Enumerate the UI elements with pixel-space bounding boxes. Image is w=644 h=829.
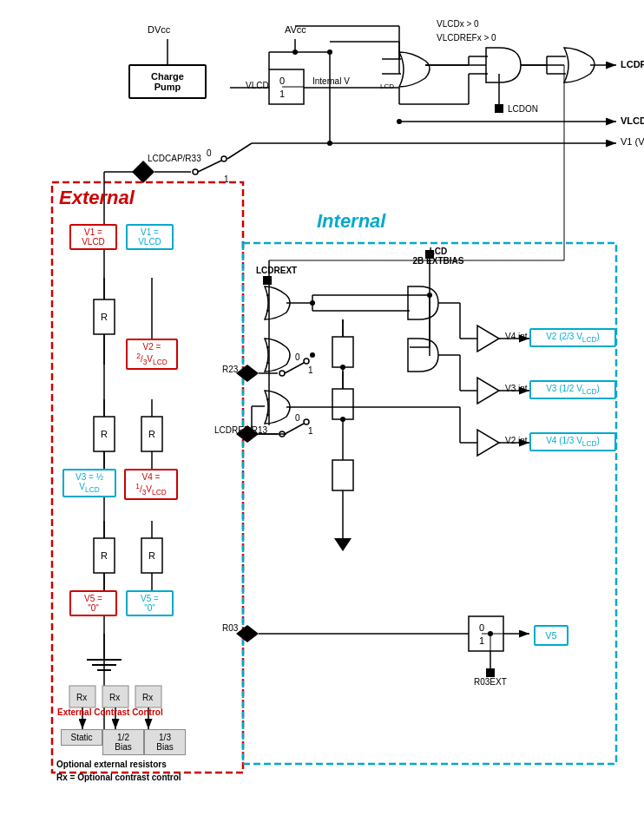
v4-int-label: V4 int <box>505 332 528 341</box>
v4-box: V4 =1/3VLCD <box>124 469 178 500</box>
svg-text:0: 0 <box>207 148 212 158</box>
avcc-label: AVcc <box>285 24 306 35</box>
internal-section-label: Internal <box>317 210 385 233</box>
svg-text:0: 0 <box>479 622 484 633</box>
lcdon-label: LCDON <box>508 104 538 114</box>
svg-line-50 <box>227 143 252 159</box>
lcd2b-label: LCD2B EXTBIAS <box>404 247 473 266</box>
svg-line-142 <box>285 424 304 434</box>
r03ext-label: R03EXT <box>474 677 507 687</box>
lcdrext-output-label: LCDREXT <box>621 59 644 69</box>
svg-marker-119 <box>477 430 499 456</box>
dvcc-label: DVcc <box>148 24 170 35</box>
svg-text:1: 1 <box>479 635 484 646</box>
svg-point-165 <box>310 300 315 306</box>
svg-text:1: 1 <box>308 365 313 375</box>
svg-text:Rx: Rx <box>142 693 153 702</box>
svg-text:LCD: LCD <box>380 82 394 90</box>
svg-text:1: 1 <box>308 426 313 436</box>
lcdref-r13-label: LCDREF/R13 <box>214 425 267 435</box>
svg-text:Rx: Rx <box>76 693 87 702</box>
svg-text:0: 0 <box>295 413 300 423</box>
charge-pump-box: Charge Pump <box>128 64 207 99</box>
v3-int-label: V3 int <box>505 384 528 393</box>
svg-point-47 <box>221 156 227 161</box>
vlcdext-label: VLCDEXT <box>621 115 644 126</box>
v4-internal-box: V4 (1/3 VLCD) <box>529 432 616 451</box>
vlcdx-label: VLCDx > 0 <box>437 19 479 29</box>
svg-marker-132 <box>236 365 259 382</box>
svg-text:R: R <box>148 429 155 439</box>
v5-internal-box: V5 <box>534 625 568 646</box>
half-bias-box: 1/2 Bias <box>102 729 144 755</box>
lcdcap-r33-label: LCDCAP/R33 <box>148 154 201 163</box>
v2-box: V2 = 2/3VLCD <box>126 339 178 370</box>
r23-label: R23 <box>222 365 238 374</box>
svg-rect-109 <box>332 337 353 367</box>
svg-point-163 <box>340 365 345 370</box>
svg-rect-156 <box>486 668 495 677</box>
vlcd-mux-label: VLCD <box>246 81 269 90</box>
svg-point-41 <box>397 119 402 124</box>
svg-rect-112 <box>332 389 353 419</box>
optional-note2: Rx = Optional contrast control <box>56 773 181 782</box>
svg-rect-100 <box>263 276 272 285</box>
svg-marker-161 <box>334 538 352 551</box>
circuit-diagram-svg: 0 1 Internal V LCD <box>0 0 644 829</box>
svg-point-143 <box>304 419 309 424</box>
vlcdrefx-label: VLCDREFx > 0 <box>437 33 496 43</box>
svg-text:Rx: Rx <box>109 693 120 702</box>
svg-text:R: R <box>101 429 108 439</box>
svg-marker-154 <box>236 625 259 642</box>
svg-line-46 <box>198 161 221 172</box>
r03-label: R03 <box>222 623 238 633</box>
svg-marker-117 <box>477 326 499 352</box>
svg-text:R: R <box>101 550 108 561</box>
svg-rect-115 <box>332 460 353 490</box>
svg-text:0: 0 <box>295 352 300 362</box>
svg-point-159 <box>488 631 493 636</box>
static-box: Static <box>61 729 102 746</box>
v2-int-label: V2 int <box>505 436 528 445</box>
v5-box2: V5 ="0" <box>126 590 174 616</box>
svg-text:R: R <box>148 550 155 561</box>
third-bias-box: 1/3 Bias <box>144 729 186 755</box>
v5-box1: V5 ="0" <box>69 590 117 616</box>
svg-marker-118 <box>477 378 499 404</box>
diagram-container: 0 1 Internal V LCD <box>0 0 644 829</box>
svg-point-166 <box>310 352 315 358</box>
svg-point-134 <box>279 371 285 376</box>
v1-box2: V1 = VLCD <box>126 224 174 250</box>
external-section-label: External <box>59 187 135 209</box>
ext-contrast-label: External Contrast Control <box>57 707 163 717</box>
svg-text:R: R <box>101 312 108 322</box>
v2-internal-box: V2 (2/3 VLCD) <box>529 328 616 347</box>
v1-vlcd-label: V1 (VLCD) <box>621 136 644 147</box>
v3-internal-box: V3 (1/2 VLCD) <box>529 380 616 399</box>
svg-point-45 <box>193 169 198 174</box>
lcdrext-internal-label: LCDREXT <box>256 266 297 275</box>
svg-rect-27 <box>495 104 503 113</box>
svg-point-164 <box>340 417 345 422</box>
optional-note1: Optional external resistors <box>56 760 167 769</box>
svg-point-136 <box>304 359 309 364</box>
v1-box1: V1 = VLCD <box>69 224 117 250</box>
svg-text:1: 1 <box>279 89 285 99</box>
svg-text:0: 0 <box>279 76 285 86</box>
svg-text:Internal V: Internal V <box>312 76 350 86</box>
v3-box: V3 = ½VLCD <box>62 469 116 497</box>
svg-line-135 <box>285 363 304 373</box>
